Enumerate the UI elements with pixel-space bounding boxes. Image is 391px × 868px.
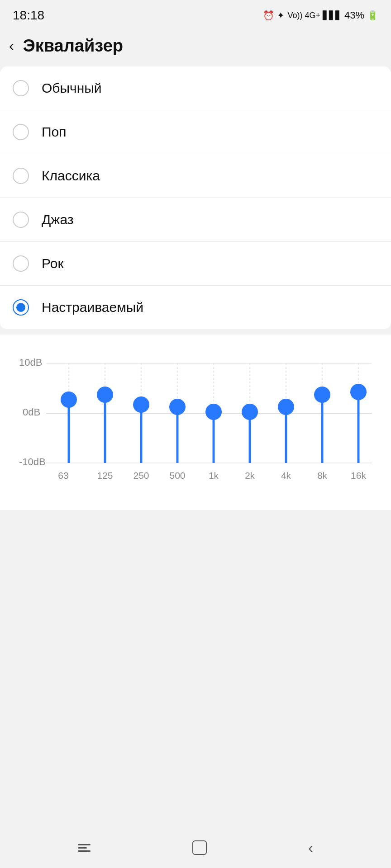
radio-rock[interactable] (13, 255, 29, 272)
svg-text:4k: 4k (281, 470, 291, 481)
svg-text:-10dB: -10dB (19, 456, 46, 467)
eq-option-normal[interactable]: Обычный (0, 66, 391, 110)
svg-text:500: 500 (169, 470, 185, 481)
status-time: 18:18 (13, 8, 44, 23)
page-title: Эквалайзер (23, 36, 123, 56)
eq-option-pop[interactable]: Поп (0, 110, 391, 154)
signal-icons: Vo)) 4G+ ▋▋▋ (287, 10, 342, 20)
eq-option-custom[interactable]: Настраиваемый (0, 286, 391, 329)
svg-point-26 (242, 404, 258, 420)
eq-label-jazz: Джаз (42, 212, 74, 227)
svg-text:0dB: 0dB (23, 406, 40, 418)
radio-jazz[interactable] (13, 212, 29, 228)
status-bar: 18:18 ⏰ ✦ Vo)) 4G+ ▋▋▋ 43% 🔋 (0, 0, 391, 27)
svg-point-24 (205, 404, 222, 420)
svg-text:250: 250 (133, 470, 149, 481)
back-button[interactable]: ‹ (9, 38, 14, 54)
svg-point-16 (61, 392, 77, 408)
svg-point-20 (133, 396, 149, 413)
eq-label-rock: Рок (42, 256, 64, 271)
page-header: ‹ Эквалайзер (0, 27, 391, 65)
bluetooth-icon: ✦ (277, 10, 285, 21)
alarm-icon: ⏰ (263, 10, 274, 21)
radio-pop[interactable] (13, 124, 29, 140)
svg-text:125: 125 (97, 470, 113, 481)
svg-text:8k: 8k (317, 470, 328, 481)
eq-option-rock[interactable]: Рок (0, 242, 391, 286)
radio-custom[interactable] (13, 299, 29, 316)
eq-options-list: ОбычныйПопКлассикаДжазРокНастраиваемый (0, 66, 391, 329)
status-icons: ⏰ ✦ Vo)) 4G+ ▋▋▋ 43% 🔋 (263, 9, 378, 21)
battery-level: 43% (344, 9, 364, 21)
eq-option-jazz[interactable]: Джаз (0, 198, 391, 242)
eq-option-classic[interactable]: Классика (0, 154, 391, 198)
eq-chart-svg: 10dB 0dB -10dB (7, 345, 384, 499)
radio-normal[interactable] (13, 80, 29, 96)
eq-label-custom: Настраиваемый (42, 300, 143, 315)
recent-apps-button[interactable] (78, 844, 91, 852)
svg-text:2k: 2k (245, 470, 255, 481)
eq-chart-section: 10dB 0dB -10dB (0, 335, 391, 510)
battery-icon: 🔋 (367, 10, 378, 21)
svg-point-22 (169, 399, 186, 415)
svg-text:1k: 1k (209, 470, 219, 481)
eq-label-pop: Поп (42, 124, 67, 140)
svg-text:10dB: 10dB (19, 357, 42, 368)
eq-label-classic: Классика (42, 168, 100, 184)
svg-point-32 (350, 384, 367, 400)
svg-point-28 (278, 399, 294, 415)
bottom-nav: ‹ (0, 827, 391, 868)
home-button[interactable] (192, 840, 207, 855)
svg-point-18 (97, 387, 113, 403)
svg-point-30 (314, 387, 330, 403)
svg-text:63: 63 (58, 470, 68, 481)
eq-chart[interactable]: 10dB 0dB -10dB (7, 345, 384, 499)
svg-text:16k: 16k (351, 470, 366, 481)
eq-label-normal: Обычный (42, 80, 102, 96)
back-nav-button[interactable]: ‹ (308, 840, 313, 856)
radio-classic[interactable] (13, 168, 29, 184)
